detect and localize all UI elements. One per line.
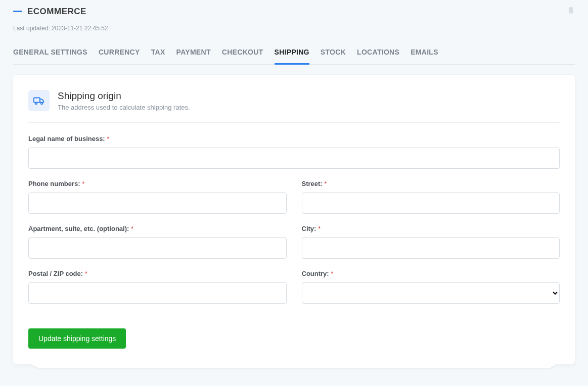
label-country: Country: *	[302, 270, 560, 277]
tab-payment[interactable]: PAYMENT	[176, 48, 211, 64]
svg-point-2	[41, 103, 43, 105]
label-postal: Postal / ZIP code: *	[28, 270, 287, 277]
section-title: Shipping origin	[58, 90, 190, 102]
label-city: City: *	[302, 225, 560, 232]
truck-icon	[28, 90, 50, 111]
shipping-card: Shipping origin The address used to calc…	[13, 75, 575, 364]
stacked-card-shadow	[28, 364, 560, 368]
page-title: ECOMMERCE	[27, 7, 86, 17]
legal-name-input[interactable]	[28, 148, 560, 169]
tab-checkout[interactable]: CHECKOUT	[222, 48, 263, 64]
tab-currency[interactable]: CURRENCY	[99, 48, 140, 64]
label-apartment: Apartment, suite, etc. (optional): *	[28, 225, 287, 232]
tabs: GENERAL SETTINGS CURRENCY TAX PAYMENT CH…	[13, 48, 575, 65]
tab-stock[interactable]: STOCK	[321, 48, 346, 64]
update-shipping-settings-button[interactable]: Update shipping settings	[28, 328, 126, 349]
label-legal-name: Legal name of business: *	[28, 135, 560, 142]
label-street: Street: *	[302, 180, 560, 187]
tab-tax[interactable]: TAX	[151, 48, 165, 64]
bookmark-icon[interactable]	[567, 6, 575, 17]
tab-shipping[interactable]: SHIPPING	[275, 48, 309, 64]
svg-rect-0	[34, 98, 40, 103]
tab-emails[interactable]: EMAILS	[411, 48, 438, 64]
collapse-icon[interactable]	[13, 11, 22, 12]
country-select[interactable]	[302, 282, 560, 304]
city-input[interactable]	[302, 237, 560, 259]
apartment-input[interactable]	[28, 237, 287, 259]
section-description: The address used to calculate shipping r…	[58, 104, 190, 111]
tab-general-settings[interactable]: GENERAL SETTINGS	[13, 48, 87, 64]
svg-point-1	[35, 103, 37, 105]
last-updated: Last updated: 2023-11-21 22:45:52	[13, 25, 575, 32]
tab-locations[interactable]: LOCATIONS	[357, 48, 399, 64]
street-input[interactable]	[302, 192, 560, 214]
postal-input[interactable]	[28, 282, 287, 304]
phone-input[interactable]	[28, 192, 287, 214]
label-phone: Phone numbers: *	[28, 180, 287, 187]
